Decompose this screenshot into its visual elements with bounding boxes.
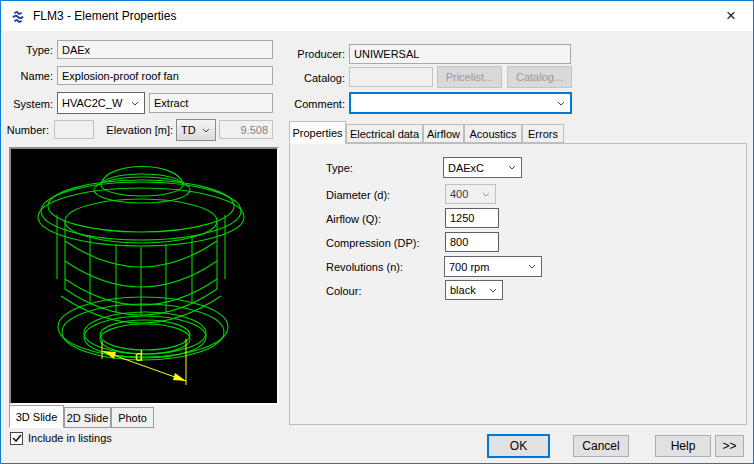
- tab-properties[interactable]: Properties: [289, 121, 346, 144]
- chevron-down-icon: [557, 101, 565, 106]
- fan-wireframe-3d: d: [11, 149, 277, 403]
- close-button[interactable]: ×: [710, 2, 752, 30]
- compression-label: Compression (DP):: [326, 237, 420, 250]
- tab-2d-slide[interactable]: 2D Slide: [64, 407, 111, 428]
- chevron-down-icon: [482, 192, 490, 197]
- catalog-button: Catalog...: [507, 66, 572, 88]
- chevron-down-icon: [508, 165, 516, 170]
- revolutions-value: 700 rpm: [449, 261, 489, 273]
- elevation-value-field: [219, 120, 273, 139]
- app-icon: [10, 8, 26, 24]
- chevron-down-icon: [489, 288, 497, 293]
- producer-label: Producer:: [271, 48, 345, 61]
- prop-type-select[interactable]: DAExC: [443, 157, 522, 178]
- type-label: Type:: [1, 44, 53, 57]
- element-properties-dialog: FLM3 - Element Properties × Type: Name: …: [0, 0, 754, 464]
- chevron-down-icon: [202, 128, 210, 133]
- type-field[interactable]: [57, 40, 273, 59]
- include-in-listings-label: Include in listings: [28, 432, 112, 445]
- prop-type-label: Type:: [326, 162, 353, 175]
- tab-airflow[interactable]: Airflow: [423, 124, 464, 143]
- catalog-label: Catalog:: [271, 72, 345, 85]
- properties-panel: [289, 143, 747, 425]
- diameter-value: 400: [450, 188, 468, 200]
- comment-combobox[interactable]: [349, 92, 572, 114]
- ok-button[interactable]: OK: [487, 434, 550, 458]
- window-title: FLM3 - Element Properties: [33, 9, 176, 23]
- tab-acoustics[interactable]: Acoustics: [464, 124, 522, 143]
- colour-value: black: [450, 284, 476, 296]
- airflow-input[interactable]: [445, 208, 499, 228]
- include-in-listings-checkbox[interactable]: [10, 432, 23, 445]
- compression-input[interactable]: [445, 232, 499, 252]
- colour-label: Colour:: [326, 285, 361, 298]
- comment-label: Comment:: [271, 98, 345, 111]
- tab-errors[interactable]: Errors: [522, 124, 564, 143]
- system-select-value: HVAC2C_W: [62, 97, 122, 109]
- chevron-down-icon: [528, 264, 536, 269]
- name-field[interactable]: [57, 66, 273, 85]
- pricelist-button: Pricelist...: [437, 66, 502, 88]
- system-function-field[interactable]: [149, 93, 273, 113]
- airflow-label: Airflow (Q):: [326, 213, 381, 226]
- tab-electrical-data[interactable]: Electrical data: [346, 124, 423, 143]
- 3d-preview-viewport: d: [9, 147, 279, 405]
- tab-photo[interactable]: Photo: [111, 407, 154, 428]
- colour-select[interactable]: black: [445, 280, 503, 300]
- help-button[interactable]: Help: [655, 435, 711, 457]
- name-label: Name:: [1, 70, 53, 83]
- chevron-down-icon: [131, 101, 139, 106]
- diameter-select: 400: [445, 184, 496, 204]
- system-select[interactable]: HVAC2C_W: [57, 92, 145, 114]
- titlebar: FLM3 - Element Properties ×: [1, 1, 753, 31]
- revolutions-label: Revolutions (n):: [326, 261, 403, 274]
- cancel-button[interactable]: Cancel: [573, 435, 629, 457]
- tab-3d-slide[interactable]: 3D Slide: [9, 405, 64, 428]
- number-field: [54, 120, 94, 139]
- dimension-label: d: [135, 348, 143, 364]
- close-icon: ×: [726, 6, 736, 26]
- catalog-field: [349, 67, 433, 87]
- more-button[interactable]: >>: [715, 435, 744, 457]
- elevation-label: Elevation [m]:: [95, 124, 173, 137]
- prop-type-value: DAExC: [448, 162, 484, 174]
- elevation-mode-select[interactable]: TD: [176, 119, 216, 141]
- elevation-mode-value: TD: [181, 124, 196, 136]
- check-icon: [12, 434, 22, 443]
- system-label: System:: [1, 98, 53, 111]
- number-label: Number:: [1, 124, 49, 137]
- revolutions-select[interactable]: 700 rpm: [444, 256, 542, 277]
- diameter-label: Diameter (d):: [326, 189, 390, 202]
- producer-field[interactable]: [349, 44, 571, 64]
